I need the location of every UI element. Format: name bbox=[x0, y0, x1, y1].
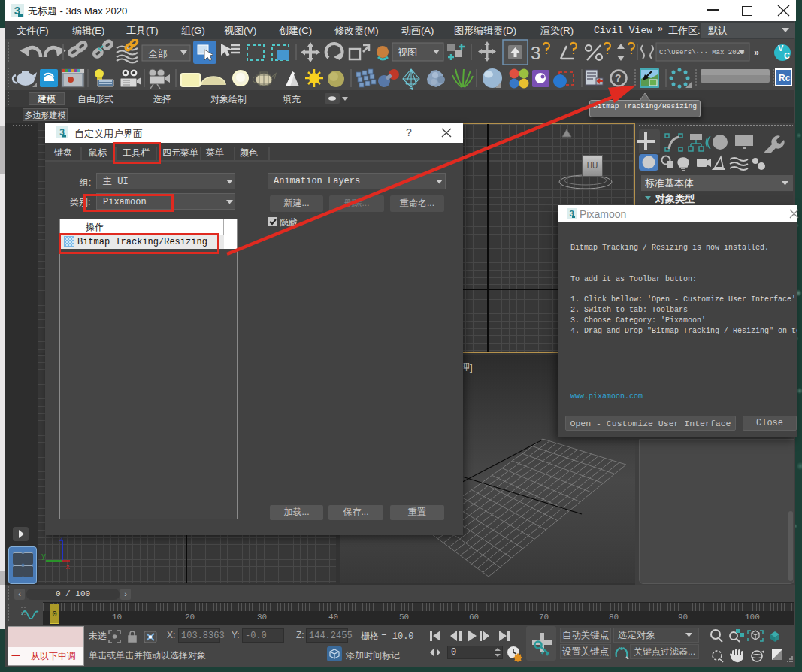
svg-text:视图: 视图 bbox=[398, 47, 417, 58]
svg-text:x: x bbox=[65, 563, 70, 570]
svg-text:y: y bbox=[41, 552, 46, 561]
svg-text:全部: 全部 bbox=[148, 48, 168, 59]
svg-text:Rc: Rc bbox=[779, 73, 791, 83]
svg-text:C:\Users\··· Max 2020: C:\Users\··· Max 2020 bbox=[659, 49, 744, 56]
svg-text:V: V bbox=[778, 44, 784, 53]
svg-text:3: 3 bbox=[531, 43, 540, 63]
svg-text:C: C bbox=[784, 51, 790, 60]
svg-text:z: z bbox=[59, 535, 64, 543]
svg-text:»: » bbox=[754, 48, 759, 59]
svg-text:?: ? bbox=[615, 72, 622, 84]
